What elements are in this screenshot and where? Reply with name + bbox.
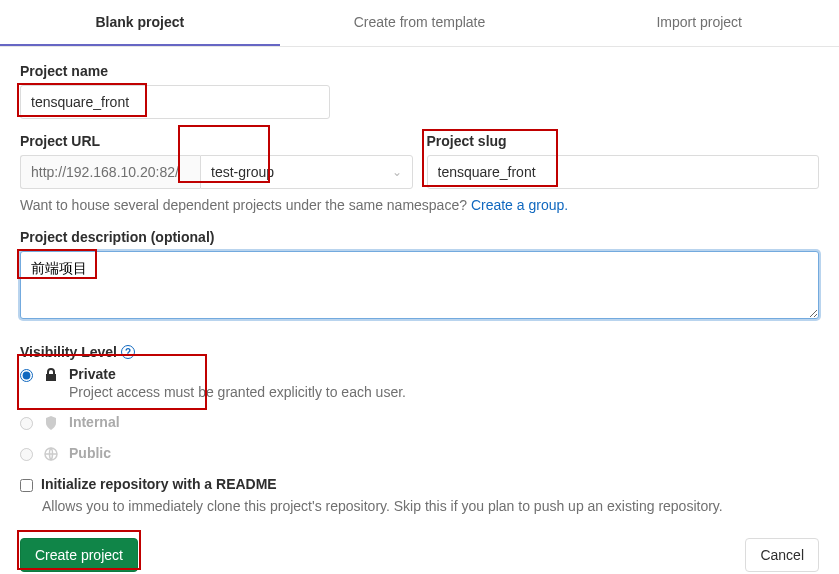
project-url-base bbox=[20, 155, 200, 189]
shield-icon bbox=[43, 415, 59, 431]
visibility-private-desc: Project access must be granted explicitl… bbox=[69, 384, 406, 400]
project-name-input[interactable] bbox=[20, 85, 330, 119]
init-readme-desc: Allows you to immediately clone this pro… bbox=[42, 498, 819, 514]
namespace-value: test-group bbox=[211, 164, 274, 180]
visibility-private-label: Private bbox=[69, 366, 406, 382]
visibility-internal-radio bbox=[20, 417, 33, 430]
tabs: Blank project Create from template Impor… bbox=[0, 0, 839, 47]
globe-icon bbox=[43, 446, 59, 462]
create-group-link[interactable]: Create a group. bbox=[471, 197, 568, 213]
namespace-hint: Want to house several dependent projects… bbox=[20, 197, 819, 213]
init-readme-label: Initialize repository with a README bbox=[41, 476, 277, 492]
init-readme-checkbox[interactable] bbox=[20, 479, 33, 492]
visibility-public-radio bbox=[20, 448, 33, 461]
project-slug-label: Project slug bbox=[427, 133, 820, 149]
tab-create-from-template[interactable]: Create from template bbox=[280, 0, 560, 46]
visibility-internal-row: Internal bbox=[20, 414, 819, 431]
visibility-public-row: Public bbox=[20, 445, 819, 462]
chevron-down-icon: ⌄ bbox=[392, 165, 402, 179]
visibility-level-label: Visibility Level bbox=[20, 344, 117, 360]
tab-blank-project[interactable]: Blank project bbox=[0, 0, 280, 46]
project-description-label: Project description (optional) bbox=[20, 229, 819, 245]
visibility-private-radio[interactable] bbox=[20, 369, 33, 382]
project-slug-input[interactable] bbox=[427, 155, 820, 189]
help-icon[interactable]: ? bbox=[121, 345, 135, 359]
namespace-select[interactable]: test-group ⌄ bbox=[200, 155, 413, 189]
cancel-button[interactable]: Cancel bbox=[745, 538, 819, 572]
project-url-label: Project URL bbox=[20, 133, 413, 149]
lock-icon bbox=[43, 367, 59, 383]
tab-import-project[interactable]: Import project bbox=[559, 0, 839, 46]
visibility-public-label: Public bbox=[69, 445, 111, 461]
create-project-button[interactable]: Create project bbox=[20, 538, 138, 572]
visibility-private-row[interactable]: Private Project access must be granted e… bbox=[20, 366, 819, 400]
new-project-form: Project name Project URL test-group ⌄ Pr… bbox=[0, 47, 839, 574]
visibility-internal-label: Internal bbox=[69, 414, 120, 430]
project-name-label: Project name bbox=[20, 63, 819, 79]
project-description-input[interactable] bbox=[20, 251, 819, 319]
